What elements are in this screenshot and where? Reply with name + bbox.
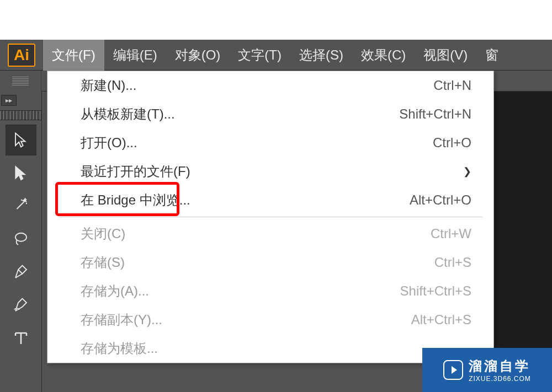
menu-open-recent-label: 最近打开的文件(F) [81, 163, 190, 180]
menu-object[interactable]: 对象(O) [166, 40, 230, 71]
menu-save-label: 存储(S) [81, 254, 125, 271]
pen-tool[interactable] [6, 257, 36, 288]
menu-effect[interactable]: 效果(C) [352, 40, 415, 71]
menu-open[interactable]: 打开(O)... Ctrl+O [47, 128, 493, 157]
menu-new-label: 新建(N)... [81, 77, 136, 94]
curvature-tool[interactable] [6, 290, 36, 321]
type-tool[interactable] [6, 323, 36, 354]
svg-point-0 [25, 203, 27, 205]
app-window: Ai 文件(F) 编辑(E) 对象(O) 文字(T) 选择(S) 效果(C) 视… [0, 40, 552, 392]
menu-open-label: 打开(O)... [81, 134, 137, 152]
menu-save-as: 存储为(A)... Shift+Ctrl+S [47, 277, 493, 305]
menubar: Ai 文件(F) 编辑(E) 对象(O) 文字(T) 选择(S) 效果(C) 视… [0, 40, 552, 71]
handle-lines-icon [12, 77, 29, 85]
ai-logo: Ai [8, 44, 35, 67]
watermark-play-icon [443, 360, 463, 380]
menu-new-shortcut: Ctrl+N [433, 78, 471, 93]
menu-new-from-template[interactable]: 从模板新建(T)... Shift+Ctrl+N [47, 100, 493, 128]
menu-edit[interactable]: 编辑(E) [104, 40, 166, 71]
menu-browse-bridge-shortcut: Alt+Ctrl+O [410, 192, 471, 208]
panel-controls: ▸▸ [0, 92, 41, 110]
watermark-text: 溜溜自学 ZIXUE.3D66.COM [469, 357, 531, 383]
file-dropdown-menu: 新建(N)... Ctrl+N 从模板新建(T)... Shift+Ctrl+N… [47, 71, 494, 363]
watermark: 溜溜自学 ZIXUE.3D66.COM [422, 348, 552, 392]
menu-save-as-label: 存储为(A)... [81, 282, 149, 300]
menu-save-copy-shortcut: Alt+Ctrl+S [411, 312, 471, 327]
menu-save-copy: 存储副本(Y)... Alt+Ctrl+S [47, 305, 493, 334]
tool-sidebar: ▸▸ [0, 92, 42, 392]
watermark-title: 溜溜自学 [469, 357, 531, 375]
lasso-tool[interactable] [6, 224, 36, 255]
pen-icon [13, 264, 29, 281]
selection-arrow-icon [13, 132, 29, 148]
curvature-pen-icon [13, 297, 29, 314]
type-icon [13, 330, 29, 347]
menu-new[interactable]: 新建(N)... Ctrl+N [47, 71, 493, 100]
svg-point-1 [21, 200, 23, 201]
menu-browse-bridge-label: 在 Bridge 中浏览... [81, 191, 190, 209]
menu-file[interactable]: 文件(F) [43, 40, 104, 71]
magic-wand-tool[interactable] [6, 191, 36, 222]
menu-save-as-template-label: 存储为模板... [81, 340, 158, 357]
logo-container: Ai [0, 40, 43, 71]
menu-separator [59, 217, 482, 217]
selection-tool[interactable] [6, 125, 36, 155]
menu-save-as-shortcut: Shift+Ctrl+S [400, 283, 471, 299]
menu-save: 存储(S) Ctrl+S [47, 248, 493, 277]
menu-view[interactable]: 视图(V) [415, 40, 476, 71]
tool-ruler [0, 110, 41, 120]
menu-open-shortcut: Ctrl+O [433, 135, 471, 151]
direct-selection-tool[interactable] [6, 158, 36, 189]
menu-type[interactable]: 文字(T) [229, 40, 290, 71]
magic-wand-icon [13, 198, 29, 214]
panel-expand-icon[interactable]: ▸▸ [1, 95, 17, 106]
menu-close-label: 关闭(C) [81, 225, 125, 243]
direct-arrow-icon [13, 165, 29, 181]
menu-select[interactable]: 选择(S) [290, 40, 352, 71]
menu-new-from-template-shortcut: Shift+Ctrl+N [399, 106, 471, 122]
menu-open-recent[interactable]: 最近打开的文件(F) ❯ [47, 157, 493, 186]
canvas-area [494, 92, 552, 392]
tools-list [0, 120, 41, 356]
menu-save-shortcut: Ctrl+S [434, 255, 471, 270]
toolbar-handle[interactable] [0, 71, 41, 92]
menu-close-shortcut: Ctrl+W [431, 226, 471, 241]
menu-save-copy-label: 存储副本(Y)... [81, 311, 162, 329]
menu-window[interactable]: 窗 [476, 40, 507, 71]
menu-close: 关闭(C) Ctrl+W [47, 219, 493, 248]
lasso-icon [13, 231, 29, 248]
menu-browse-bridge[interactable]: 在 Bridge 中浏览... Alt+Ctrl+O [47, 186, 493, 214]
watermark-url: ZIXUE.3D66.COM [469, 375, 531, 383]
menu-new-from-template-label: 从模板新建(T)... [81, 105, 175, 123]
submenu-arrow-icon: ❯ [463, 165, 471, 178]
